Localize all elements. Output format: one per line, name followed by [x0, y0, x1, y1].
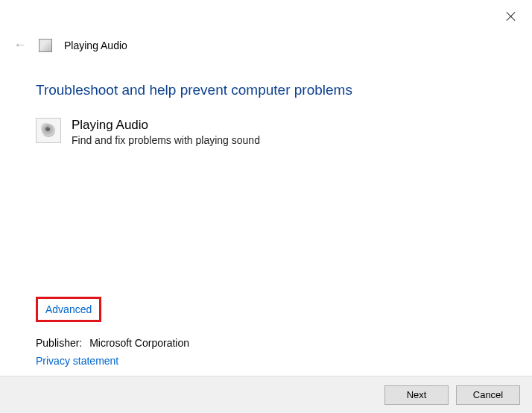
privacy-statement-link[interactable]: Privacy statement — [36, 355, 118, 367]
advanced-link[interactable]: Advanced — [45, 303, 92, 315]
lower-area: Advanced Publisher: Microsoft Corporatio… — [36, 297, 510, 367]
publisher-value: Microsoft Corporation — [89, 337, 189, 349]
wizard-heading: Troubleshoot and help prevent computer p… — [36, 82, 510, 98]
advanced-highlight: Advanced — [36, 297, 101, 322]
header: ← Playing Audio — [13, 37, 127, 53]
playing-audio-small-icon — [39, 39, 52, 52]
footer-button-bar: Next Cancel — [0, 376, 532, 413]
troubleshooter-description: Find and fix problems with playing sound — [72, 134, 260, 146]
back-arrow-icon: ← — [13, 37, 27, 53]
close-button[interactable] — [505, 10, 517, 22]
cancel-button[interactable]: Cancel — [456, 385, 520, 405]
content-area: Troubleshoot and help prevent computer p… — [36, 82, 510, 146]
troubleshooter-name: Playing Audio — [72, 118, 260, 133]
speaker-icon — [36, 118, 61, 143]
next-button[interactable]: Next — [384, 385, 449, 405]
troubleshooter-item: Playing Audio Find and fix problems with… — [36, 118, 510, 146]
window-title: Playing Audio — [64, 40, 127, 51]
publisher-row: Publisher: Microsoft Corporation — [36, 337, 510, 349]
publisher-label: Publisher: — [36, 337, 82, 349]
